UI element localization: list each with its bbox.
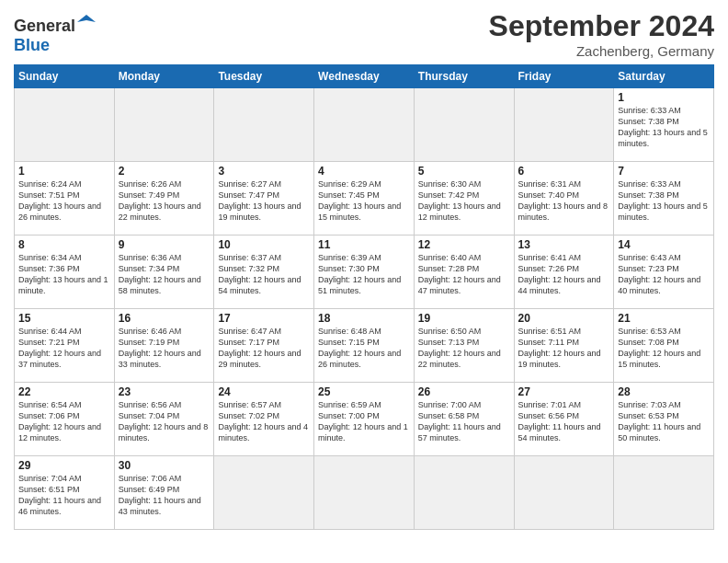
cell-info: Sunrise: 6:41 AM Sunset: 7:26 PM Dayligh…	[518, 252, 610, 297]
cell-info: Sunrise: 6:39 AM Sunset: 7:30 PM Dayligh…	[318, 252, 410, 297]
day-number: 17	[218, 312, 310, 325]
cell-info: Sunrise: 6:33 AM Sunset: 7:38 PM Dayligh…	[618, 178, 710, 224]
calendar-cell: 12Sunrise: 6:40 AM Sunset: 7:28 PM Dayli…	[414, 236, 514, 309]
calendar-cell	[514, 456, 614, 530]
day-number: 8	[18, 238, 110, 251]
cell-info: Sunrise: 6:54 AM Sunset: 7:06 PM Dayligh…	[18, 399, 110, 444]
day-number: 24	[218, 385, 310, 398]
cell-info: Sunrise: 6:33 AM Sunset: 7:38 PM Dayligh…	[618, 105, 710, 150]
day-number: 28	[618, 385, 710, 398]
day-number: 13	[518, 238, 610, 251]
calendar-cell: 7Sunrise: 6:33 AM Sunset: 7:38 PM Daylig…	[614, 162, 714, 236]
day-number: 6	[518, 165, 610, 178]
calendar-week-3: 15Sunrise: 6:44 AM Sunset: 7:21 PM Dayli…	[15, 309, 714, 383]
calendar-cell: 14Sunrise: 6:43 AM Sunset: 7:23 PM Dayli…	[614, 236, 714, 309]
calendar-cell: 26Sunrise: 7:00 AM Sunset: 6:58 PM Dayli…	[414, 383, 514, 456]
cell-info: Sunrise: 6:46 AM Sunset: 7:19 PM Dayligh…	[119, 326, 210, 371]
cell-info: Sunrise: 6:43 AM Sunset: 7:23 PM Dayligh…	[618, 252, 710, 297]
calendar-cell	[15, 88, 115, 162]
day-number: 23	[119, 385, 210, 398]
calendar-week-5: 29Sunrise: 7:04 AM Sunset: 6:51 PM Dayli…	[15, 456, 714, 530]
calendar-cell: 25Sunrise: 6:59 AM Sunset: 7:00 PM Dayli…	[314, 383, 415, 456]
calendar-cell: 19Sunrise: 6:50 AM Sunset: 7:13 PM Dayli…	[414, 309, 514, 383]
calendar-week-1: 1Sunrise: 6:24 AM Sunset: 7:51 PM Daylig…	[15, 162, 714, 236]
cell-info: Sunrise: 6:27 AM Sunset: 7:47 PM Dayligh…	[218, 178, 310, 224]
day-number: 10	[218, 238, 310, 251]
day-number: 2	[119, 165, 210, 178]
col-saturday: Saturday	[614, 65, 714, 88]
calendar-cell: 30Sunrise: 7:06 AM Sunset: 6:49 PM Dayli…	[114, 456, 214, 530]
cell-info: Sunrise: 6:56 AM Sunset: 7:04 PM Dayligh…	[119, 399, 210, 444]
col-thursday: Thursday	[414, 65, 514, 88]
cell-info: Sunrise: 6:36 AM Sunset: 7:34 PM Dayligh…	[119, 252, 210, 297]
calendar-cell: 15Sunrise: 6:44 AM Sunset: 7:21 PM Dayli…	[15, 309, 115, 383]
cell-info: Sunrise: 6:53 AM Sunset: 7:08 PM Dayligh…	[618, 326, 710, 371]
day-number: 22	[18, 385, 110, 398]
day-number: 3	[218, 165, 310, 178]
day-number: 12	[418, 238, 510, 251]
logo: General Blue	[14, 13, 96, 55]
cell-info: Sunrise: 6:47 AM Sunset: 7:17 PM Dayligh…	[218, 326, 310, 371]
calendar-cell: 18Sunrise: 6:48 AM Sunset: 7:15 PM Dayli…	[314, 309, 415, 383]
calendar-cell	[414, 88, 514, 162]
calendar-week-0: 1Sunrise: 6:33 AM Sunset: 7:38 PM Daylig…	[15, 88, 714, 162]
location: Zachenberg, Germany	[489, 43, 714, 59]
day-number: 1	[618, 91, 710, 104]
calendar-cell: 28Sunrise: 7:03 AM Sunset: 6:53 PM Dayli…	[614, 383, 714, 456]
cell-info: Sunrise: 6:51 AM Sunset: 7:11 PM Dayligh…	[518, 326, 610, 371]
calendar-cell	[414, 456, 514, 530]
cell-info: Sunrise: 6:30 AM Sunset: 7:42 PM Dayligh…	[418, 178, 510, 224]
col-wednesday: Wednesday	[314, 65, 415, 88]
cell-info: Sunrise: 7:01 AM Sunset: 6:56 PM Dayligh…	[518, 399, 610, 444]
day-number: 26	[418, 385, 510, 398]
day-number: 30	[119, 459, 210, 472]
svg-marker-0	[77, 15, 96, 22]
day-number: 16	[119, 312, 210, 325]
calendar-cell: 17Sunrise: 6:47 AM Sunset: 7:17 PM Dayli…	[214, 309, 314, 383]
calendar-week-4: 22Sunrise: 6:54 AM Sunset: 7:06 PM Dayli…	[15, 383, 714, 456]
cell-info: Sunrise: 6:40 AM Sunset: 7:28 PM Dayligh…	[418, 252, 510, 297]
logo-text: General	[14, 13, 96, 36]
calendar-cell: 10Sunrise: 6:37 AM Sunset: 7:32 PM Dayli…	[214, 236, 314, 309]
calendar-cell	[314, 456, 415, 530]
cell-info: Sunrise: 6:24 AM Sunset: 7:51 PM Dayligh…	[18, 178, 110, 224]
calendar-cell: 6Sunrise: 6:31 AM Sunset: 7:40 PM Daylig…	[514, 162, 614, 236]
cell-info: Sunrise: 7:04 AM Sunset: 6:51 PM Dayligh…	[18, 473, 110, 518]
calendar-cell: 5Sunrise: 6:30 AM Sunset: 7:42 PM Daylig…	[414, 162, 514, 236]
calendar-week-2: 8Sunrise: 6:34 AM Sunset: 7:36 PM Daylig…	[15, 236, 714, 309]
col-tuesday: Tuesday	[214, 65, 314, 88]
calendar-cell	[114, 88, 214, 162]
day-number: 5	[418, 165, 510, 178]
col-monday: Monday	[114, 65, 214, 88]
cell-info: Sunrise: 6:26 AM Sunset: 7:49 PM Dayligh…	[119, 178, 210, 224]
day-number: 9	[119, 238, 210, 251]
header: General Blue September 2024 Zachenberg, …	[14, 9, 714, 59]
day-number: 21	[618, 312, 710, 325]
logo-blue-text: Blue	[14, 36, 96, 55]
cell-info: Sunrise: 6:31 AM Sunset: 7:40 PM Dayligh…	[518, 178, 610, 224]
day-number: 15	[18, 312, 110, 325]
calendar-cell: 8Sunrise: 6:34 AM Sunset: 7:36 PM Daylig…	[15, 236, 115, 309]
calendar-cell: 4Sunrise: 6:29 AM Sunset: 7:45 PM Daylig…	[314, 162, 415, 236]
calendar-cell: 9Sunrise: 6:36 AM Sunset: 7:34 PM Daylig…	[114, 236, 214, 309]
calendar-cell	[314, 88, 415, 162]
title-section: September 2024 Zachenberg, Germany	[489, 9, 714, 59]
day-number: 20	[518, 312, 610, 325]
calendar-cell: 3Sunrise: 6:27 AM Sunset: 7:47 PM Daylig…	[214, 162, 314, 236]
calendar-cell: 22Sunrise: 6:54 AM Sunset: 7:06 PM Dayli…	[15, 383, 115, 456]
day-number: 19	[418, 312, 510, 325]
header-row: Sunday Monday Tuesday Wednesday Thursday…	[15, 65, 714, 88]
cell-info: Sunrise: 6:59 AM Sunset: 7:00 PM Dayligh…	[318, 399, 410, 444]
calendar-cell: 11Sunrise: 6:39 AM Sunset: 7:30 PM Dayli…	[314, 236, 415, 309]
cell-info: Sunrise: 6:37 AM Sunset: 7:32 PM Dayligh…	[218, 252, 310, 297]
calendar-cell	[614, 456, 714, 530]
month-title: September 2024	[489, 9, 714, 43]
calendar-cell: 13Sunrise: 6:41 AM Sunset: 7:26 PM Dayli…	[514, 236, 614, 309]
day-number: 29	[18, 459, 110, 472]
col-friday: Friday	[514, 65, 614, 88]
logo-bird-icon	[77, 13, 96, 31]
cell-info: Sunrise: 6:57 AM Sunset: 7:02 PM Dayligh…	[218, 399, 310, 444]
calendar-cell: 29Sunrise: 7:04 AM Sunset: 6:51 PM Dayli…	[15, 456, 115, 530]
cell-info: Sunrise: 6:29 AM Sunset: 7:45 PM Dayligh…	[318, 178, 410, 224]
calendar-cell: 27Sunrise: 7:01 AM Sunset: 6:56 PM Dayli…	[514, 383, 614, 456]
